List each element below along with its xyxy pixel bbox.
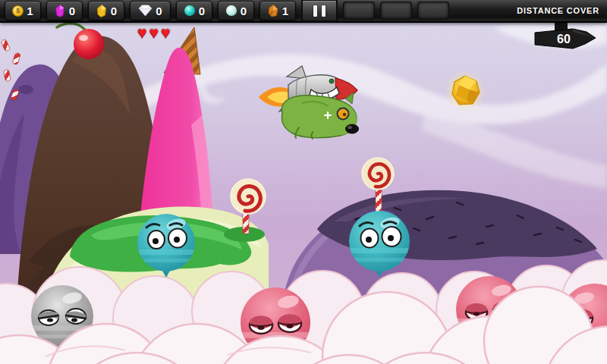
rocket-eye — [329, 79, 334, 83]
counter-diamonds: 0 — [130, 1, 171, 20]
orange-gem-count: 1 — [282, 5, 288, 17]
diamond-count: 0 — [156, 5, 162, 17]
pause-button[interactable] — [301, 0, 338, 22]
cyan-orb-icon — [184, 5, 196, 17]
purple-gem-icon — [54, 5, 66, 17]
heart-icon: ♥ — [149, 24, 158, 40]
game-world[interactable] — [0, 0, 607, 364]
counter-cyan-orbs: 0 — [176, 1, 212, 20]
pale-orb-icon — [225, 5, 237, 17]
diamond-icon — [138, 5, 153, 17]
pig-eye — [338, 108, 349, 120]
counter-coins: $ 1 — [5, 1, 41, 20]
counter-yellow-gems: 0 — [88, 1, 124, 20]
lives-display: ♥ ♥ ♥ — [137, 24, 170, 40]
pig-snout — [345, 124, 359, 134]
dollar-coin-icon: $ — [12, 5, 24, 17]
distance-badge: 60 — [532, 21, 602, 52]
counter-purple-gems: 0 — [46, 1, 83, 20]
pig-body — [281, 93, 359, 139]
game-screen[interactable]: $ 1 0 0 0 — [0, 0, 607, 364]
cyan-orb-count: 0 — [199, 5, 205, 17]
counter-orange-gems: 1 — [259, 1, 296, 20]
gold-nugget — [445, 71, 486, 111]
orange-gem-icon — [267, 5, 279, 17]
lollipop — [224, 179, 266, 242]
yellow-gem-count: 0 — [111, 5, 117, 17]
empty-slot — [417, 2, 449, 20]
counter-pale-orbs: 0 — [218, 1, 254, 20]
yellow-gem-icon — [96, 5, 108, 17]
empty-slot — [380, 2, 412, 20]
empty-slot — [343, 2, 375, 20]
heart-icon: ♥ — [161, 24, 170, 40]
distance-value: 60 — [557, 33, 571, 46]
hud-bar: $ 1 0 0 0 — [0, 0, 607, 23]
purple-gem-count: 0 — [69, 5, 75, 17]
distance-cover-label: DISTANCE COVER — [517, 6, 602, 15]
pause-icon — [313, 5, 317, 17]
heart-icon: ♥ — [137, 24, 146, 40]
cherry — [74, 29, 104, 59]
pause-icon — [322, 5, 326, 17]
coin-count: 1 — [27, 5, 33, 17]
pale-orb-count: 0 — [241, 5, 247, 17]
